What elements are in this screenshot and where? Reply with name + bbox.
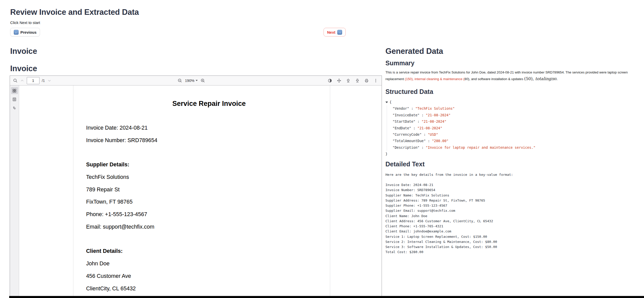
json-value: "TechFix Solutions" <box>415 106 454 110</box>
invoice-doc-line: Invoice Number: SRD789654 <box>86 134 320 147</box>
json-key: "CurrencyCode" <box>393 132 422 136</box>
json-colon: : <box>422 132 428 136</box>
detail-line: Service 3: Software Installation & Updat… <box>385 244 497 250</box>
more-options-icon[interactable] <box>373 78 378 83</box>
app-window: Review Invoice and Extracted Data Click … <box>0 0 644 298</box>
print-icon[interactable] <box>364 78 369 83</box>
json-colon: : <box>420 113 426 117</box>
pdf-sidebar <box>10 85 19 298</box>
json-colon: : <box>426 139 432 143</box>
summary-paragraph: This is a service repair invoice from Te… <box>385 69 643 82</box>
invoice-doc-line: ClientCity, CL 65432 <box>86 282 320 295</box>
json-key: "EndDate" <box>393 126 411 130</box>
pdf-viewer: /1 190% <box>10 76 382 298</box>
attachments-icon[interactable] <box>11 104 18 111</box>
left-arrow-emoji-icon: ← <box>14 30 19 35</box>
page-title: Review Invoice and Extracted Data <box>10 8 139 17</box>
json-field-row: "InvoiceDate" : "21-08-2024" <box>393 112 535 118</box>
json-field-row: "TotalAmountDue" : "280.00" <box>393 138 535 144</box>
invoice-doc-line: 789 Repair St <box>86 183 320 196</box>
zoom-out-icon[interactable] <box>178 78 182 83</box>
detail-line: Invoice Date: 2024-08-21 <box>385 182 497 188</box>
json-fields: "Vendor" : "TechFix Solutions""InvoiceDa… <box>387 105 535 151</box>
json-open-brace: { <box>390 99 392 105</box>
detail-line: Supplier Phone: +1-555-123-4567 <box>385 203 497 208</box>
json-field-row: "StartDate" : "21-08-2024" <box>393 118 535 125</box>
invoice-doc-line: TechFix Solutions <box>86 171 320 183</box>
invoice-doc-line: Phone: +1-555-123-4567 <box>86 208 320 221</box>
zoom-level-value: 190% <box>185 79 194 83</box>
json-value: "21-08-2024" <box>418 126 442 130</box>
page-number-input[interactable] <box>27 77 39 84</box>
summary-segment: This is a service repair invoice from Te… <box>385 70 628 74</box>
invoice-doc-section-heading: Client Details: <box>86 245 320 257</box>
pdf-toolbar: /1 190% <box>10 76 382 85</box>
detailed-text-heading: Detailed Text <box>385 161 425 168</box>
invoice-doc-title: Service Repair Invoice <box>73 100 330 108</box>
detail-line: Client Email: johndoe@example.com <box>385 229 497 234</box>
detail-line: Total Cost: $280.00 <box>385 250 497 255</box>
zoom-level-dropdown[interactable]: 190% <box>185 79 198 83</box>
upload-icon[interactable] <box>346 78 351 83</box>
right-arrow-emoji-icon: → <box>337 30 342 35</box>
next-button[interactable]: Next → <box>324 28 346 36</box>
generated-data-heading: Generated Data <box>385 47 443 56</box>
detail-line: Client Address: 456 Customer Ave, Client… <box>385 219 497 224</box>
structured-data-json: { "Vendor" : "TechFix Solutions""Invoice… <box>385 99 535 157</box>
json-colon: : <box>420 145 426 150</box>
invoice-doc-lines: Invoice Date: 2024-08-21Invoice Number: … <box>86 122 320 295</box>
zoom-in-icon[interactable] <box>200 78 205 83</box>
download-icon[interactable] <box>355 78 360 83</box>
json-key: "StartDate" <box>393 119 415 123</box>
json-key: "Vendor" <box>393 106 409 110</box>
pdf-page: Service Repair Invoice Invoice Date: 202… <box>73 85 330 298</box>
search-icon[interactable] <box>13 78 18 83</box>
json-key: "InvoiceDate" <box>393 113 420 117</box>
previous-button-label: Previous <box>20 30 36 34</box>
summary-segment: totaling <box>535 76 551 81</box>
detailed-text-intro: Here are the key details from the invoic… <box>385 173 513 177</box>
pan-icon[interactable] <box>337 78 341 83</box>
invoice-doc-section-heading: Supplier Details: <box>86 158 320 171</box>
invoice-doc-line: John Doe <box>86 257 320 270</box>
thumbnails-icon[interactable] <box>11 87 18 94</box>
json-collapse-caret-icon[interactable] <box>385 102 388 103</box>
json-colon: : <box>409 106 415 110</box>
invoice-heading-2: Invoice <box>10 64 37 73</box>
summary-heading: Summary <box>385 60 414 67</box>
json-value: "USD" <box>428 132 438 136</box>
json-field-row: "Vendor" : "TechFix Solutions" <box>393 105 535 112</box>
summary-segment: 280. <box>551 77 558 81</box>
invoice-doc-line: Invoice Date: 2024-08-21 <box>86 122 320 134</box>
summary-segment: (150), internal cleaning & maintenance ( <box>405 77 464 81</box>
invoice-doc-line: FixTown, FT 98765 <box>86 196 320 208</box>
detail-line: Supplier Name: TechFix Solutions <box>385 193 497 198</box>
detail-line: Invoice Number: SRD789654 <box>385 188 497 193</box>
json-field-row: "Description" : "Invoice for laptop repa… <box>393 144 535 151</box>
json-value: "280.00" <box>432 139 448 143</box>
page-count-label: /1 <box>42 79 45 83</box>
outline-icon[interactable] <box>11 96 18 103</box>
json-key: "Description" <box>393 145 420 150</box>
json-colon: : <box>411 126 417 130</box>
invoice-doc-line: Email: support@techfix.com <box>86 221 320 233</box>
json-field-row: "CurrencyCode" : "USD" <box>393 131 535 138</box>
json-key: "TotalAmountDue" <box>393 139 426 143</box>
detail-line: Client Phone: +1-555-765-4321 <box>385 224 497 229</box>
summary-segment: 80), and software installation & updates <box>464 77 524 81</box>
instruction-text: Click Next to start <box>10 20 40 25</box>
next-button-label: Next <box>327 30 336 34</box>
previous-button[interactable]: ← Previous <box>10 28 40 36</box>
chevron-down-icon[interactable] <box>47 78 52 83</box>
summary-segment: (50), <box>524 76 535 81</box>
json-close-brace: } <box>385 151 535 157</box>
chevron-up-icon[interactable] <box>20 78 24 83</box>
detail-line: Service 2: Internal Cleaning & Maintenan… <box>385 239 497 244</box>
json-field-row: "EndDate" : "21-08-2024" <box>393 125 535 131</box>
json-value: "21-08-2024" <box>426 113 451 117</box>
detailed-text-lines: Invoice Date: 2024-08-21Invoice Number: … <box>385 182 497 255</box>
window-bottom-edge <box>9 296 644 298</box>
invoice-heading-1: Invoice <box>10 47 37 56</box>
color-mode-icon[interactable] <box>328 78 332 83</box>
detail-line: Client Name: John Doe <box>385 214 497 219</box>
